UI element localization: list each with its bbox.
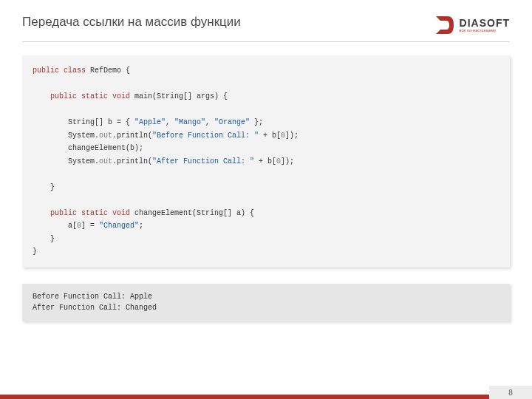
page-number: 8 [489, 386, 532, 399]
logo-icon [434, 15, 455, 35]
output-listing: Before Function Call: Apple After Functi… [22, 284, 510, 321]
header-divider [22, 41, 510, 42]
logo-tagline: всё по-настоящему [460, 29, 510, 33]
brand-logo: DIASOFT всё по-настоящему [434, 15, 510, 35]
code-listing: public class RefDemo { public static voi… [22, 55, 510, 267]
slide-title: Передача ссылки на массив функции [22, 15, 241, 30]
footer-accent-bar [0, 395, 489, 399]
logo-name: DIASOFT [460, 18, 510, 28]
slide-footer: 8 [0, 386, 532, 399]
